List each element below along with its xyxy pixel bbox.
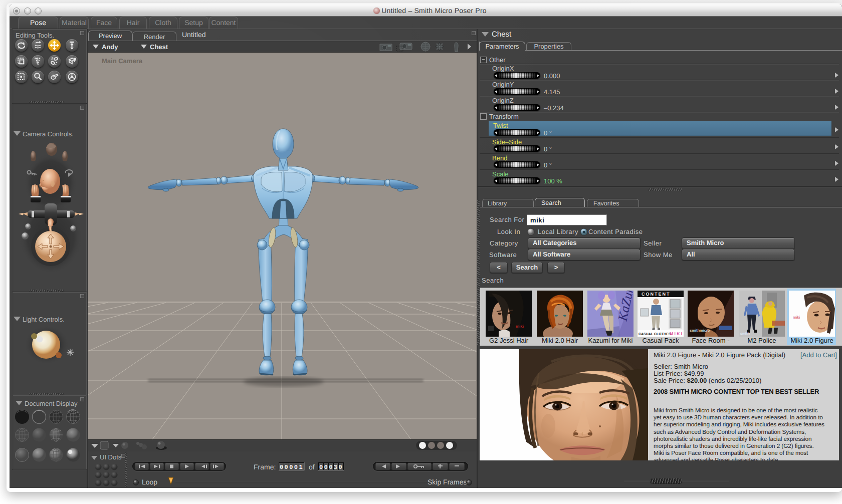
svg-text:smithmicro: smithmicro (690, 328, 710, 333)
svg-text:M I K I: M I K I (670, 331, 682, 336)
svg-text:smith: smith (740, 332, 750, 336)
svg-text:00030: 00030 (319, 464, 343, 471)
svg-text:CASUAL CLOTHES: CASUAL CLOTHES (639, 333, 671, 336)
svg-text:00001: 00001 (280, 464, 304, 471)
svg-text:CONTENT: CONTENT (642, 292, 671, 297)
svg-text:miki: miki (793, 315, 800, 320)
svg-text:miki: miki (516, 324, 524, 329)
